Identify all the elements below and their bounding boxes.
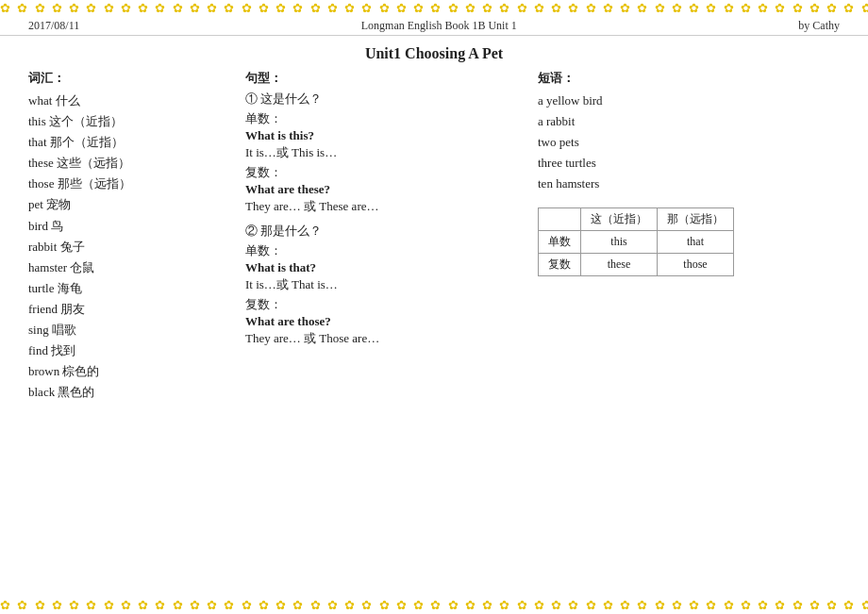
vocab-sing: sing 唱歌 bbox=[28, 320, 226, 340]
vocab-those: those 那些（远指） bbox=[28, 174, 226, 194]
col-vocab: 词汇： what 什么 this 这个（近指） that 那个（近指） thes… bbox=[28, 70, 236, 403]
phrase-2: two pets bbox=[538, 132, 840, 153]
vocab-this: this 这个（近指） bbox=[28, 111, 226, 132]
vocab-friend: friend 朋友 bbox=[28, 299, 226, 320]
table-header-far: 那（远指） bbox=[658, 208, 734, 231]
vocab-that: that 那个（近指） bbox=[28, 132, 226, 153]
group1-s1: What is this? bbox=[245, 128, 519, 143]
group1-s2: It is…或 This is… bbox=[245, 144, 519, 161]
header-date: 2017/08/11 bbox=[28, 19, 79, 33]
col-sentence: 句型： ① 这是什么？ 单数： What is this? It is…或 Th… bbox=[236, 70, 528, 403]
group1-s4: They are… 或 These are… bbox=[245, 198, 519, 215]
vocab-find: find 找到 bbox=[28, 340, 226, 361]
table-header-near: 这（近指） bbox=[581, 208, 658, 231]
group1-singular-label: 单数： bbox=[245, 110, 519, 127]
table-row-plural: 复数 these those bbox=[539, 254, 734, 276]
group2-s1: What is that? bbox=[245, 260, 519, 275]
header-author: by Cathy bbox=[798, 19, 840, 33]
group2-s3: What are those? bbox=[245, 314, 519, 329]
group2-singular-label: 单数： bbox=[245, 242, 519, 259]
sentence-label: 句型： bbox=[245, 70, 519, 87]
row-plural-label: 复数 bbox=[539, 254, 581, 276]
phrase-3: three turtles bbox=[538, 153, 840, 174]
demo-table: 这（近指） 那（远指） 单数 this that 复数 these those bbox=[538, 207, 734, 276]
sentence-group-1: ① 这是什么？ 单数： What is this? It is…或 This i… bbox=[245, 91, 519, 215]
row-plural-far: those bbox=[658, 254, 734, 276]
phrase-1: a rabbit bbox=[538, 111, 840, 132]
page-title: Unit1 Choosing A Pet bbox=[28, 36, 840, 70]
row-singular-far: that bbox=[658, 231, 734, 254]
vocab-hamster: hamster 仓鼠 bbox=[28, 257, 226, 278]
phrase-4: ten hamsters bbox=[538, 174, 840, 194]
vocab-what: what 什么 bbox=[28, 91, 226, 111]
col-phrases: 短语： a yellow bird a rabbit two pets thre… bbox=[528, 70, 840, 403]
phrase-0: a yellow bird bbox=[538, 91, 840, 111]
group1-number: ① 这是什么？ bbox=[245, 91, 519, 108]
header-title: Longman English Book 1B Unit 1 bbox=[361, 19, 517, 33]
group1-plural-label: 复数： bbox=[245, 164, 519, 181]
header-bar: 2017/08/11 Longman English Book 1B Unit … bbox=[0, 17, 868, 36]
vocab-black: black 黑色的 bbox=[28, 382, 226, 403]
table-row-singular: 单数 this that bbox=[539, 231, 734, 254]
group2-s2: It is…或 That is… bbox=[245, 276, 519, 293]
vocab-these: these 这些（远指） bbox=[28, 153, 226, 174]
bottom-star-border: ✿ ✿ ✿ ✿ ✿ ✿ ✿ ✿ ✿ ✿ ✿ ✿ ✿ ✿ ✿ ✿ ✿ ✿ ✿ ✿ … bbox=[0, 597, 868, 614]
group2-s4: They are… 或 Those are… bbox=[245, 330, 519, 347]
row-singular-label: 单数 bbox=[539, 231, 581, 254]
vocab-turtle: turtle 海龟 bbox=[28, 278, 226, 299]
sentence-group-2: ② 那是什么？ 单数： What is that? It is…或 That i… bbox=[245, 223, 519, 347]
row-singular-near: this bbox=[581, 231, 658, 254]
group2-plural-label: 复数： bbox=[245, 296, 519, 313]
phrases-label: 短语： bbox=[538, 70, 840, 87]
top-star-border: ✿ ✿ ✿ ✿ ✿ ✿ ✿ ✿ ✿ ✿ ✿ ✿ ✿ ✿ ✿ ✿ ✿ ✿ ✿ ✿ … bbox=[0, 0, 868, 17]
group2-number: ② 那是什么？ bbox=[245, 223, 519, 240]
vocab-label: 词汇： bbox=[28, 70, 226, 87]
group1-s3: What are these? bbox=[245, 182, 519, 197]
row-plural-near: these bbox=[581, 254, 658, 276]
three-col-layout: 词汇： what 什么 this 这个（近指） that 那个（近指） thes… bbox=[28, 70, 840, 403]
vocab-bird: bird 鸟 bbox=[28, 216, 226, 237]
vocab-rabbit: rabbit 兔子 bbox=[28, 237, 226, 257]
vocab-brown: brown 棕色的 bbox=[28, 361, 226, 382]
table-header-empty bbox=[539, 208, 581, 231]
vocab-pet: pet 宠物 bbox=[28, 194, 226, 215]
